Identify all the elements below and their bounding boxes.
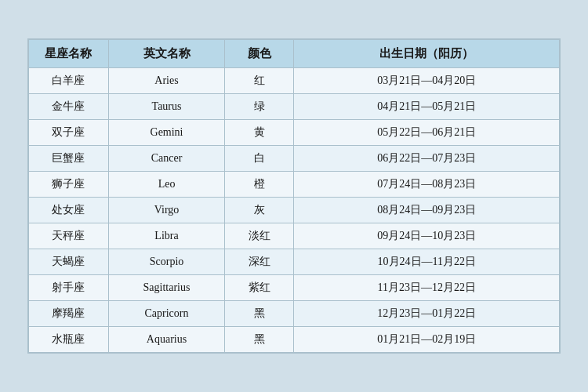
cell-date: 07月24日—08月23日 [294,172,560,198]
cell-english: Aries [108,68,225,94]
cell-english: Gemini [108,120,225,146]
table-row: 射手座Sagittarius紫红11月23日—12月22日 [29,275,560,301]
table-row: 摩羯座Capricorn黑12月23日—01月22日 [29,301,560,327]
cell-color: 黄 [225,120,294,146]
zodiac-table-container: 星座名称 英文名称 颜色 出生日期（阳历） 白羊座Aries红03月21日—04… [27,38,561,354]
cell-english: Leo [108,172,225,198]
cell-chinese: 白羊座 [29,68,109,94]
table-header-row: 星座名称 英文名称 颜色 出生日期（阳历） [29,40,560,68]
cell-chinese: 双子座 [29,120,109,146]
cell-date: 01月21日—02月19日 [294,327,560,353]
cell-date: 11月23日—12月22日 [294,275,560,301]
cell-color: 灰 [225,198,294,223]
cell-date: 10月24日—11月22日 [294,249,560,275]
cell-chinese: 天秤座 [29,223,109,249]
cell-date: 03月21日—04月20日 [294,68,560,94]
cell-color: 紫红 [225,275,294,301]
cell-date: 04月21日—05月21日 [294,94,560,120]
cell-date: 12月23日—01月22日 [294,301,560,327]
zodiac-table: 星座名称 英文名称 颜色 出生日期（阳历） 白羊座Aries红03月21日—04… [28,39,560,353]
header-chinese: 星座名称 [29,40,109,68]
cell-chinese: 金牛座 [29,94,109,120]
table-row: 巨蟹座Cancer白06月22日—07月23日 [29,146,560,172]
cell-color: 绿 [225,94,294,120]
cell-english: Libra [108,223,225,249]
table-body: 白羊座Aries红03月21日—04月20日金牛座Taurus绿04月21日—0… [29,68,560,353]
cell-english: Cancer [108,146,225,172]
table-row: 水瓶座Aquarius黑01月21日—02月19日 [29,327,560,353]
cell-english: Virgo [108,198,225,223]
table-row: 天蝎座Scorpio深红10月24日—11月22日 [29,249,560,275]
cell-color: 深红 [225,249,294,275]
table-row: 处女座Virgo灰08月24日—09月23日 [29,198,560,223]
cell-chinese: 处女座 [29,198,109,223]
cell-color: 白 [225,146,294,172]
table-row: 双子座Gemini黄05月22日—06月21日 [29,120,560,146]
header-english: 英文名称 [108,40,225,68]
cell-chinese: 水瓶座 [29,327,109,353]
cell-chinese: 狮子座 [29,172,109,198]
cell-color: 橙 [225,172,294,198]
cell-chinese: 天蝎座 [29,249,109,275]
cell-english: Sagittarius [108,275,225,301]
cell-color: 红 [225,68,294,94]
cell-color: 淡红 [225,223,294,249]
cell-date: 08月24日—09月23日 [294,198,560,223]
cell-date: 09月24日—10月23日 [294,223,560,249]
cell-date: 06月22日—07月23日 [294,146,560,172]
cell-color: 黑 [225,327,294,353]
table-row: 狮子座Leo橙07月24日—08月23日 [29,172,560,198]
cell-english: Capricorn [108,301,225,327]
cell-date: 05月22日—06月21日 [294,120,560,146]
cell-color: 黑 [225,301,294,327]
cell-english: Scorpio [108,249,225,275]
cell-english: Aquarius [108,327,225,353]
cell-chinese: 巨蟹座 [29,146,109,172]
table-row: 天秤座Libra淡红09月24日—10月23日 [29,223,560,249]
table-row: 金牛座Taurus绿04月21日—05月21日 [29,94,560,120]
cell-chinese: 射手座 [29,275,109,301]
cell-english: Taurus [108,94,225,120]
cell-chinese: 摩羯座 [29,301,109,327]
header-date: 出生日期（阳历） [294,40,560,68]
table-row: 白羊座Aries红03月21日—04月20日 [29,68,560,94]
header-color: 颜色 [225,40,294,68]
